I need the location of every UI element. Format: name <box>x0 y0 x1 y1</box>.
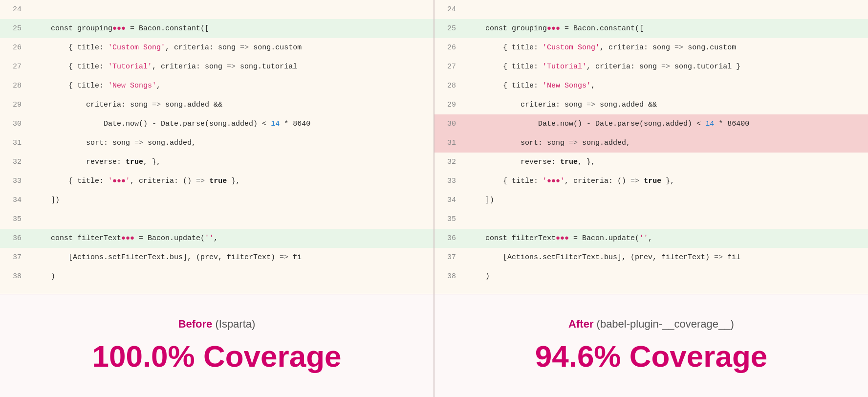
table-row: 24 <box>434 0 868 19</box>
table-row: 32 reverse: true, }, <box>434 153 868 172</box>
before-label-normal: (Isparta) <box>212 318 255 330</box>
bottom-section: Before (Isparta) 100.0% Coverage After (… <box>0 294 868 397</box>
line-number: 35 <box>0 210 29 229</box>
table-row: 36 const filterText●●● = Bacon.update(''… <box>0 229 434 248</box>
line-number: 30 <box>0 114 29 133</box>
line-number: 38 <box>434 267 464 286</box>
line-content <box>464 210 868 229</box>
line-number: 24 <box>0 0 29 19</box>
line-content: reverse: true, }, <box>464 153 868 172</box>
table-row: 33 { title: '●●●', criteria: () => true … <box>0 172 434 191</box>
table-row: 30 Date.now() - Date.parse(song.added) <… <box>0 114 434 133</box>
line-number: 38 <box>0 267 29 286</box>
line-number: 26 <box>0 38 29 57</box>
table-row: 33 { title: '●●●', criteria: () => true … <box>434 172 868 191</box>
table-row: 37 [Actions.setFilterText.bus], (prev, f… <box>434 248 868 267</box>
left-code-panel: 24 25 const grouping●●● = Bacon.constant… <box>0 0 434 294</box>
line-number: 25 <box>434 19 464 38</box>
line-content <box>29 210 434 229</box>
table-row: 24 <box>0 0 434 19</box>
line-number: 37 <box>0 248 29 267</box>
line-content: ) <box>464 267 868 286</box>
table-row: 25 const grouping●●● = Bacon.constant([ <box>0 19 434 38</box>
line-content: { title: '●●●', criteria: () => true }, <box>464 172 868 191</box>
line-number: 25 <box>0 19 29 38</box>
right-code-panel: 24 25 const grouping●●● = Bacon.constant… <box>434 0 868 294</box>
line-number: 32 <box>434 153 464 172</box>
table-row: 28 { title: 'New Songs', <box>434 76 868 95</box>
line-content: Date.now() - Date.parse(song.added) < 14… <box>464 114 868 133</box>
line-content: { title: 'New Songs', <box>464 76 868 95</box>
line-content: ) <box>29 267 434 286</box>
line-number: 36 <box>0 229 29 248</box>
after-label: After (babel-plugin-__coverage__) <box>568 318 734 331</box>
line-number: 32 <box>0 153 29 172</box>
line-number: 29 <box>0 95 29 114</box>
after-coverage: 94.6% Coverage <box>535 339 768 374</box>
after-panel: After (babel-plugin-__coverage__) 94.6% … <box>434 294 868 397</box>
after-label-bold: After <box>568 318 593 330</box>
line-content: { title: 'New Songs', <box>29 76 434 95</box>
table-row: 34 ]) <box>0 191 434 210</box>
table-row: 34 ]) <box>434 191 868 210</box>
line-number: 37 <box>434 248 464 267</box>
table-row: 28 { title: 'New Songs', <box>0 76 434 95</box>
line-content: { title: '●●●', criteria: () => true }, <box>29 172 434 191</box>
line-number: 31 <box>0 133 29 153</box>
line-content: [Actions.setFilterText.bus], (prev, filt… <box>29 248 434 267</box>
table-row: 37 [Actions.setFilterText.bus], (prev, f… <box>0 248 434 267</box>
table-row: 35 <box>434 210 868 229</box>
line-number: 33 <box>434 172 464 191</box>
line-number: 30 <box>434 114 464 133</box>
line-content: const filterText●●● = Bacon.update('', <box>29 229 434 248</box>
line-number: 34 <box>0 191 29 210</box>
table-row: 31 sort: song => song.added, <box>434 133 868 153</box>
line-content: { title: 'Tutorial', criteria: song => s… <box>464 57 868 76</box>
line-content: const grouping●●● = Bacon.constant([ <box>464 19 868 38</box>
line-number: 28 <box>0 76 29 95</box>
code-panels: 24 25 const grouping●●● = Bacon.constant… <box>0 0 868 294</box>
after-label-normal: (babel-plugin-__coverage__) <box>593 318 734 330</box>
line-content: criteria: song => song.added && <box>29 95 434 114</box>
line-content: { title: 'Tutorial', criteria: song => s… <box>29 57 434 76</box>
table-row: 29 criteria: song => song.added && <box>0 95 434 114</box>
line-content: { title: 'Custom Song', criteria: song =… <box>29 38 434 57</box>
line-content: sort: song => song.added, <box>464 133 868 153</box>
line-number: 28 <box>434 76 464 95</box>
before-panel: Before (Isparta) 100.0% Coverage <box>0 294 434 397</box>
table-row: 26 { title: 'Custom Song', criteria: son… <box>0 38 434 57</box>
table-row: 26 { title: 'Custom Song', criteria: son… <box>434 38 868 57</box>
table-row: 27 { title: 'Tutorial', criteria: song =… <box>434 57 868 76</box>
line-content: sort: song => song.added, <box>29 133 434 153</box>
line-content: ]) <box>464 191 868 210</box>
line-content: reverse: true, }, <box>29 153 434 172</box>
line-number: 36 <box>434 229 464 248</box>
line-content: { title: 'Custom Song', criteria: song =… <box>464 38 868 57</box>
line-number: 27 <box>0 57 29 76</box>
line-number: 31 <box>434 133 464 153</box>
before-label-bold: Before <box>178 318 213 330</box>
line-content <box>464 0 868 19</box>
table-row: 29 criteria: song => song.added && <box>434 95 868 114</box>
line-number: 27 <box>434 57 464 76</box>
line-number: 24 <box>434 0 464 19</box>
line-content: ]) <box>29 191 434 210</box>
table-row: 25 const grouping●●● = Bacon.constant([ <box>434 19 868 38</box>
before-coverage: 100.0% Coverage <box>92 339 341 374</box>
table-row: 36 const filterText●●● = Bacon.update(''… <box>434 229 868 248</box>
line-number: 29 <box>434 95 464 114</box>
table-row: 31 sort: song => song.added, <box>0 133 434 153</box>
line-content: [Actions.setFilterText.bus], (prev, filt… <box>464 248 868 267</box>
line-content: criteria: song => song.added && <box>464 95 868 114</box>
line-content: const grouping●●● = Bacon.constant([ <box>29 19 434 38</box>
line-number: 33 <box>0 172 29 191</box>
table-row: 27 { title: 'Tutorial', criteria: song =… <box>0 57 434 76</box>
table-row: 32 reverse: true, }, <box>0 153 434 172</box>
main-container: 24 25 const grouping●●● = Bacon.constant… <box>0 0 868 397</box>
line-number: 26 <box>434 38 464 57</box>
line-content: Date.now() - Date.parse(song.added) < 14… <box>29 114 434 133</box>
table-row: 38 ) <box>434 267 868 286</box>
line-content: const filterText●●● = Bacon.update('', <box>464 229 868 248</box>
before-label: Before (Isparta) <box>178 318 256 331</box>
line-number: 34 <box>434 191 464 210</box>
